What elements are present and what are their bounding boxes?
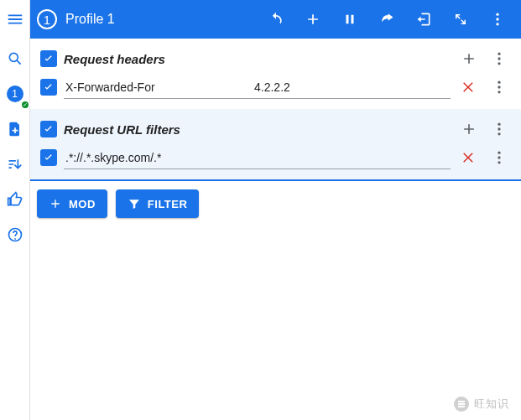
help-icon xyxy=(7,226,23,243)
more-vert-icon xyxy=(491,50,508,67)
check-icon xyxy=(42,122,55,136)
profile-chip[interactable]: 1 Profile 1 xyxy=(37,9,115,29)
svg-point-1 xyxy=(496,13,498,16)
section-menu-button[interactable] xyxy=(487,117,511,141)
section-add-button[interactable] xyxy=(457,117,481,141)
section-request-headers: Request headers X-Forwarded-For 4.2.2.2 xyxy=(30,39,521,109)
help-button[interactable] xyxy=(0,220,30,250)
undo-button[interactable] xyxy=(258,0,294,39)
filter-pattern[interactable]: .*://.*.skype.com/.* xyxy=(64,151,451,164)
plus-icon xyxy=(49,197,62,210)
file-add-icon xyxy=(7,121,23,137)
watermark-text: 旺知识 xyxy=(474,397,509,412)
more-vert-icon xyxy=(491,149,508,166)
svg-point-4 xyxy=(498,53,500,55)
row-checkbox[interactable] xyxy=(40,149,57,166)
svg-point-13 xyxy=(498,152,500,154)
row-menu-button[interactable] xyxy=(487,75,511,99)
close-icon xyxy=(461,150,477,165)
add-button[interactable] xyxy=(294,0,331,39)
filter-button[interactable]: FILTER xyxy=(116,189,200,218)
check-icon xyxy=(20,100,30,110)
row-menu-button[interactable] xyxy=(487,146,511,169)
row-delete-button[interactable] xyxy=(457,75,481,99)
plus-icon xyxy=(461,50,477,67)
section-title: Request URL filters xyxy=(64,122,451,137)
section-checkbox[interactable] xyxy=(40,50,57,67)
svg-point-8 xyxy=(498,86,500,88)
section-checkbox[interactable] xyxy=(40,121,57,137)
section-url-filters: Request URL filters .*://.*.skype.com/.* xyxy=(30,109,521,181)
plus-icon xyxy=(461,121,477,137)
mod-button-label: MOD xyxy=(69,198,96,210)
watermark-icon xyxy=(454,397,469,412)
svg-point-5 xyxy=(498,57,500,60)
thumbs-up-icon xyxy=(7,191,23,208)
svg-point-9 xyxy=(498,91,500,93)
more-vert-icon xyxy=(491,79,508,96)
main: 1 Profile 1 xyxy=(30,0,521,420)
share-icon xyxy=(378,11,395,28)
search-button[interactable] xyxy=(0,44,30,74)
svg-point-12 xyxy=(498,132,500,135)
check-icon xyxy=(42,151,55,164)
content: Request headers X-Forwarded-For 4.2.2.2 xyxy=(30,39,521,420)
svg-point-3 xyxy=(496,23,498,25)
svg-point-11 xyxy=(498,127,500,130)
check-icon xyxy=(42,52,55,65)
profile-badge-number: 1 xyxy=(7,86,23,102)
more-vert-icon xyxy=(489,11,506,28)
row-fields[interactable]: X-Forwarded-For 4.2.2.2 xyxy=(64,75,451,99)
header-row: X-Forwarded-For 4.2.2.2 xyxy=(37,72,514,102)
section-add-button[interactable] xyxy=(457,47,481,70)
profile-badge-button[interactable]: 1 xyxy=(0,79,30,109)
menu-button[interactable] xyxy=(0,4,29,34)
section-title: Request headers xyxy=(64,52,451,66)
undo-icon xyxy=(268,11,284,28)
header-value[interactable]: 4.2.2.2 xyxy=(253,80,451,94)
check-icon xyxy=(42,80,55,94)
sort-icon xyxy=(7,156,23,173)
row-checkbox[interactable] xyxy=(40,79,57,96)
svg-point-7 xyxy=(498,81,500,84)
pause-icon xyxy=(342,12,357,27)
like-button[interactable] xyxy=(0,184,30,215)
header: 1 Profile 1 xyxy=(30,0,521,39)
watermark: 旺知识 xyxy=(454,397,509,412)
filter-row: .*://.*.skype.com/.* xyxy=(37,143,514,173)
more-button[interactable] xyxy=(479,0,516,39)
page-title: Profile 1 xyxy=(65,12,115,27)
sidebar: 1 xyxy=(0,0,30,420)
svg-point-6 xyxy=(498,62,500,65)
close-icon xyxy=(461,80,477,95)
section-header: Request URL filters xyxy=(37,116,514,143)
more-vert-icon xyxy=(491,121,508,137)
svg-point-14 xyxy=(498,156,500,158)
import-icon xyxy=(415,11,432,28)
plus-icon xyxy=(305,11,321,28)
row-delete-button[interactable] xyxy=(457,146,481,169)
section-menu-button[interactable] xyxy=(487,47,511,70)
fullscreen-button[interactable] xyxy=(442,0,479,39)
header-key[interactable]: X-Forwarded-For xyxy=(64,80,253,94)
hamburger-icon xyxy=(6,10,24,29)
search-icon xyxy=(7,50,23,67)
action-buttons: MOD FILTER xyxy=(30,181,521,226)
filter-icon xyxy=(128,197,141,210)
import-button[interactable] xyxy=(405,0,442,39)
row-fields[interactable]: .*://.*.skype.com/.* xyxy=(64,146,451,169)
sort-button[interactable] xyxy=(0,149,30,179)
expand-icon xyxy=(453,12,468,27)
svg-point-15 xyxy=(498,161,500,163)
filter-button-label: FILTER xyxy=(148,198,188,210)
svg-point-10 xyxy=(498,123,500,126)
pause-button[interactable] xyxy=(331,0,368,39)
header-actions xyxy=(258,0,516,39)
sidebar-top xyxy=(0,0,29,39)
svg-point-2 xyxy=(496,18,498,20)
mod-button[interactable]: MOD xyxy=(37,189,107,218)
add-file-button[interactable] xyxy=(0,114,30,144)
profile-number: 1 xyxy=(37,9,57,29)
share-button[interactable] xyxy=(368,0,405,39)
section-header: Request headers xyxy=(37,45,514,72)
